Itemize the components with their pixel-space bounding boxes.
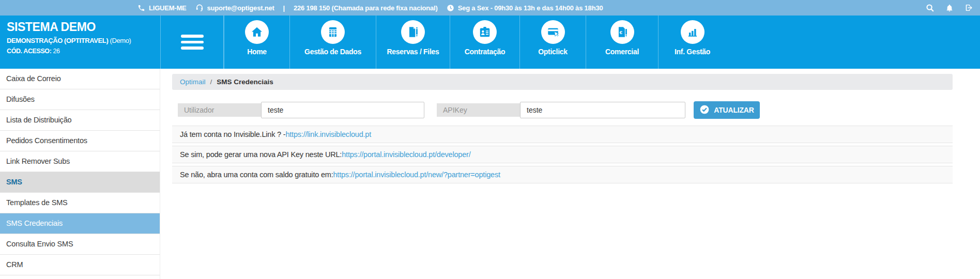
call-me-link[interactable]: LIGUEM-ME	[137, 4, 187, 12]
app-subtitle: DEMONSTRAÇÃO (OPTITRAVEL) (Demo)	[7, 37, 160, 44]
brand-block: SISTEMA DEMO DEMONSTRAÇÃO (OPTITRAVEL) (…	[0, 16, 160, 69]
info-rows: Já tem conta no Invisible.Link ? - https…	[172, 126, 953, 186]
bar-chart-icon	[681, 20, 705, 44]
sidebar-item-templates-de-sms[interactable]: Templates de SMS	[0, 193, 160, 213]
breadcrumb-current: SMS Credenciais	[217, 78, 273, 86]
info-row: Já tem conta no Invisible.Link ? - https…	[172, 126, 953, 143]
svg-text:€: €	[619, 29, 622, 35]
sidebar-item-caixa-de-correio[interactable]: Caixa de Correio	[0, 69, 160, 89]
support-email-label: suporte@optigest.net	[207, 4, 274, 12]
nav-item-reservas-files[interactable]: Reservas / Files	[376, 16, 450, 69]
support-phone-number: 226 198 150 (Chamada para rede fixa naci…	[294, 4, 438, 12]
hamburger-menu-button[interactable]	[160, 16, 224, 69]
sidebar-item-difusoes[interactable]: Difusões	[0, 89, 160, 110]
developer-portal-url[interactable]: https://portal.invisiblecloud.pt/develop…	[342, 150, 470, 159]
sidebar-section-sms[interactable]: SMS	[0, 172, 160, 193]
atualizar-button-label: ATUALIZAR	[714, 106, 754, 114]
logout-icon[interactable]	[964, 4, 974, 12]
opening-hours: Seg a Sex - 09h30 às 13h e das 14h00 às …	[447, 4, 603, 12]
id-card-icon	[473, 20, 497, 44]
top-utility-bar: LIGUEM-ME suporte@optigest.net | 226 198…	[0, 0, 980, 16]
nav-item-comercial[interactable]: € Comercial	[586, 16, 658, 69]
breadcrumb-parent-link[interactable]: Optimail	[180, 78, 206, 86]
file-pencil-icon	[401, 20, 425, 44]
utilizador-label: Utilizador	[178, 103, 261, 117]
clock-icon	[447, 4, 454, 12]
sidebar: Caixa de Correio Difusões Lista de Distr…	[0, 69, 160, 279]
sidebar-item-link-remover-subs[interactable]: Link Remover Subs	[0, 151, 160, 172]
nav-item-gestao-de-dados[interactable]: Gestão de Dados	[289, 16, 376, 69]
table-icon	[321, 20, 345, 44]
nav-item-contratacao[interactable]: Contratação	[450, 16, 519, 69]
nav-item-home[interactable]: Home	[224, 16, 289, 69]
topbar-divider: |	[283, 4, 285, 12]
invoice-euro-icon: €	[610, 20, 634, 44]
invisible-link-url[interactable]: https://link.invisiblecloud.pt	[285, 130, 371, 138]
card-click-icon	[541, 20, 565, 44]
credentials-form: Utilizador APIKey ATUALIZAR	[160, 101, 980, 119]
search-icon[interactable]	[926, 4, 935, 12]
sidebar-item-lista-de-distribuicao[interactable]: Lista de Distribuição	[0, 110, 160, 131]
app-title: SISTEMA DEMO	[7, 20, 160, 34]
apikey-input[interactable]	[520, 102, 685, 118]
home-icon	[245, 20, 269, 44]
atualizar-button[interactable]: ATUALIZAR	[694, 101, 760, 119]
check-circle-icon	[699, 104, 710, 116]
headset-icon	[195, 4, 204, 12]
utilizador-input[interactable]	[261, 102, 424, 118]
breadcrumb: Optimail / SMS Credenciais	[172, 74, 953, 90]
support-email[interactable]: suporte@optigest.net	[195, 4, 274, 12]
access-code: CÓD. ACESSO: 26	[7, 48, 160, 55]
new-account-url[interactable]: https://portal.invisiblecloud.pt/new/?pa…	[333, 171, 500, 179]
topbar-actions	[926, 0, 974, 16]
sidebar-item-pedidos-consentimentos[interactable]: Pedidos Consentimentos	[0, 131, 160, 151]
phone-icon	[137, 4, 145, 12]
opening-hours-label: Seg a Sex - 09h30 às 13h e das 14h00 às …	[458, 4, 603, 12]
info-row: Se não, abra uma conta com saldo gratuit…	[172, 166, 953, 183]
main-nav-bar: SISTEMA DEMO DEMONSTRAÇÃO (OPTITRAVEL) (…	[0, 16, 980, 69]
apikey-label: APIKey	[437, 103, 520, 117]
nav-item-opticlick[interactable]: Opticlick	[519, 16, 586, 69]
nav-item-inf-gestao[interactable]: Inf. Gestão	[658, 16, 726, 69]
call-me-label: LIGUEM-ME	[149, 4, 187, 12]
sidebar-item-sms-credenciais[interactable]: SMS Credenciais	[0, 213, 160, 234]
main-content: Optimail / SMS Credenciais Utilizador AP…	[160, 69, 980, 279]
breadcrumb-separator: /	[210, 78, 212, 86]
sidebar-item-crm[interactable]: CRM	[0, 255, 160, 275]
bell-icon[interactable]	[945, 4, 954, 12]
sidebar-item-consulta-envio-sms[interactable]: Consulta Envio SMS	[0, 234, 160, 255]
info-row: Se sim, pode gerar uma nova API Key nest…	[172, 146, 953, 163]
